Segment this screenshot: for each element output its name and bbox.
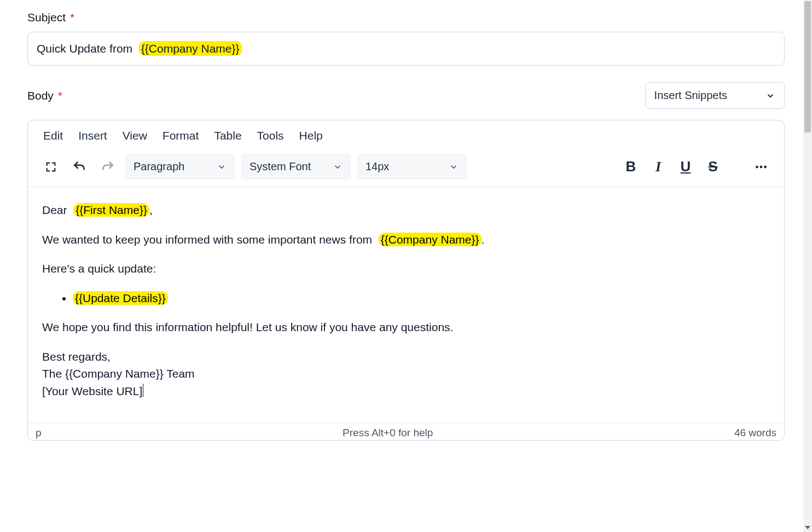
- greeting-prefix: Dear: [42, 204, 67, 216]
- scrollbar[interactable]: [803, 0, 812, 532]
- chevron-down-icon: [765, 91, 775, 101]
- intro-paragraph: We wanted to keep you informed with some…: [42, 231, 770, 248]
- word-count[interactable]: 46 words: [734, 427, 776, 439]
- menu-view[interactable]: View: [123, 129, 147, 142]
- italic-button[interactable]: I: [649, 159, 667, 175]
- block-format-select[interactable]: Paragraph: [125, 154, 235, 179]
- required-asterisk: *: [58, 89, 62, 102]
- font-family-select[interactable]: System Font: [241, 154, 351, 179]
- chevron-down-icon: [217, 162, 227, 172]
- insert-snippets-label: Insert Snippets: [654, 89, 727, 102]
- subject-variable-highlight: {{Company Name}}: [139, 41, 242, 56]
- undo-icon: [72, 160, 86, 174]
- rich-text-editor: Edit Insert View Format Table Tools Help: [27, 120, 785, 441]
- text-caret: [143, 384, 143, 396]
- scrollbar-thumb[interactable]: [804, 1, 811, 132]
- first-name-variable: {{First Name}}: [73, 203, 149, 217]
- update-details-variable: {{Update Details}}: [73, 291, 168, 305]
- block-format-value: Paragraph: [134, 160, 184, 173]
- subject-text-prefix: Quick Update from: [37, 42, 132, 55]
- underline-button[interactable]: U: [677, 158, 694, 175]
- sig-line-3: [Your Website URL]: [42, 385, 142, 397]
- undo-button[interactable]: [68, 156, 90, 178]
- menu-format[interactable]: Format: [163, 129, 199, 142]
- font-family-value: System Font: [250, 160, 311, 173]
- required-asterisk: *: [70, 11, 74, 24]
- menu-tools[interactable]: Tools: [257, 129, 284, 142]
- greeting-suffix: ,: [149, 204, 153, 216]
- menu-insert[interactable]: Insert: [78, 129, 107, 142]
- format-group: B I U S: [622, 158, 722, 175]
- svg-point-0: [756, 165, 758, 168]
- svg-marker-3: [805, 526, 810, 529]
- redo-icon: [101, 160, 115, 174]
- strikethrough-button[interactable]: S: [704, 158, 722, 175]
- p1-prefix: We wanted to keep you informed with some…: [42, 233, 372, 246]
- svg-point-2: [764, 165, 767, 168]
- closing-paragraph: We hope you find this information helpfu…: [42, 319, 770, 336]
- body-label-text: Body: [27, 89, 54, 102]
- more-horizontal-icon: [754, 160, 768, 174]
- fullscreen-button[interactable]: [40, 156, 62, 178]
- editor-menubar: Edit Insert View Format Table Tools Help: [28, 120, 784, 150]
- list-item: {{Update Details}}: [73, 290, 770, 307]
- editor-statusbar: p Press Alt+0 for help 46 words: [28, 423, 784, 440]
- more-button[interactable]: [750, 156, 772, 178]
- subject-label-text: Subject: [27, 11, 66, 24]
- sig-line-2: The {{Company Name}} Team: [42, 367, 195, 380]
- svg-point-1: [760, 165, 763, 168]
- font-size-value: 14px: [366, 160, 389, 173]
- scroll-down-arrow[interactable]: [803, 523, 812, 532]
- greeting-line: Dear {{First Name}},: [42, 201, 770, 219]
- subject-label: Subject *: [27, 11, 785, 24]
- insert-snippets-button[interactable]: Insert Snippets: [645, 82, 785, 109]
- update-list: {{Update Details}}: [42, 290, 770, 307]
- signature-block: Best regards, The {{Company Name}} Team …: [42, 348, 770, 400]
- chevron-down-icon: [333, 162, 343, 172]
- editor-content-area[interactable]: Dear {{First Name}}, We wanted to keep y…: [28, 187, 784, 423]
- sig-line-1: Best regards,: [42, 350, 111, 363]
- menu-table[interactable]: Table: [214, 129, 241, 142]
- chevron-down-icon: [449, 162, 459, 172]
- help-hint: Press Alt+0 for help: [42, 427, 734, 439]
- body-label: Body *: [27, 89, 62, 102]
- redo-button[interactable]: [97, 156, 119, 178]
- font-size-select[interactable]: 14px: [357, 154, 467, 179]
- element-path[interactable]: p: [36, 427, 42, 439]
- company-name-variable: {{Company Name}}: [379, 233, 482, 246]
- p1-suffix: .: [482, 233, 485, 246]
- fullscreen-icon: [45, 161, 57, 173]
- triangle-down-icon: [805, 525, 810, 530]
- menu-edit[interactable]: Edit: [43, 129, 63, 142]
- bold-button[interactable]: B: [622, 158, 640, 175]
- update-heading: Here's a quick update:: [42, 260, 770, 277]
- editor-toolbar: Paragraph System Font 14px B I U S: [28, 150, 784, 187]
- menu-help[interactable]: Help: [299, 129, 323, 142]
- subject-input[interactable]: Quick Update from {{Company Name}}: [27, 32, 785, 66]
